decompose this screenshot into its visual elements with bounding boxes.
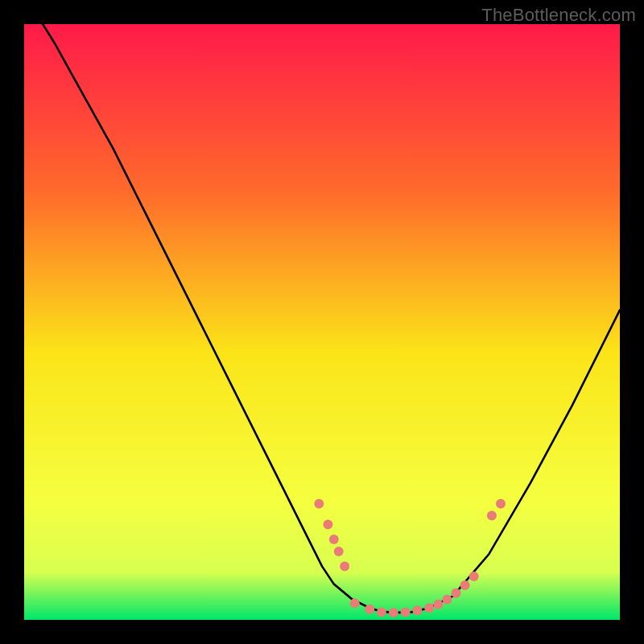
- data-point: [424, 603, 434, 613]
- data-point: [487, 511, 497, 521]
- data-point: [469, 572, 479, 581]
- data-point: [460, 580, 470, 590]
- data-point: [452, 588, 461, 598]
- data-point: [365, 605, 374, 614]
- data-point: [350, 598, 360, 608]
- chart-stage: TheBottleneck.com: [0, 0, 644, 644]
- data-point: [323, 520, 332, 530]
- bottleneck-chart: [24, 24, 620, 620]
- data-point: [496, 499, 506, 509]
- data-point: [433, 600, 443, 609]
- gradient-background: [24, 24, 620, 620]
- data-point: [412, 605, 422, 615]
- watermark-text: TheBottleneck.com: [481, 5, 636, 26]
- data-point: [329, 535, 339, 544]
- data-point: [401, 607, 411, 617]
- data-point: [377, 607, 386, 617]
- data-point: [334, 547, 344, 556]
- data-point: [340, 561, 349, 571]
- data-point: [442, 595, 452, 605]
- data-point: [389, 608, 398, 617]
- data-point: [314, 499, 324, 509]
